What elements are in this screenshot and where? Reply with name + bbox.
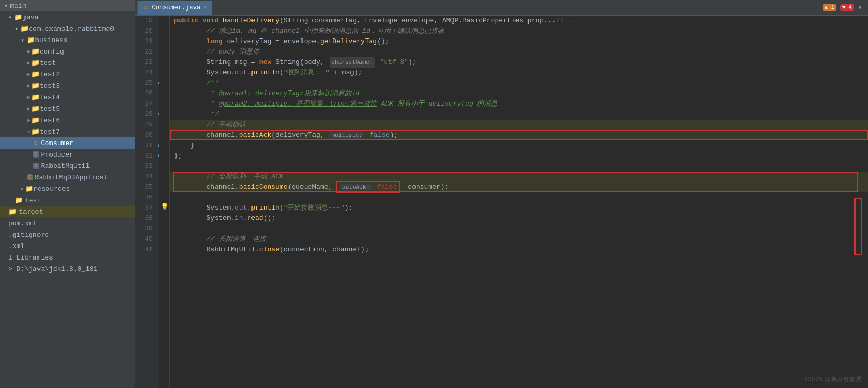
parameter-hint-autoack: autoAck: bbox=[340, 184, 372, 190]
chevron-right-icon: ▾ bbox=[8, 14, 12, 21]
sidebar-item-resources[interactable]: ▶ 📁 resources bbox=[0, 183, 135, 195]
sidebar-item-label: .xml bbox=[8, 242, 24, 250]
sidebar-item-libraries[interactable]: l Libraries bbox=[0, 252, 135, 263]
code-line-39 bbox=[170, 224, 868, 234]
sidebar-item-rabbitmq03app[interactable]: C RabbitMq03Applicat bbox=[0, 172, 135, 183]
sidebar-item-test-root[interactable]: 📁 test bbox=[0, 195, 135, 206]
gutter: 💡 bbox=[159, 16, 170, 388]
chevron-right-icon: ▾ bbox=[15, 25, 18, 33]
folder-icon: 📁 bbox=[31, 127, 40, 136]
sidebar-item-label: test4 bbox=[40, 94, 60, 101]
code-line-22: // body 消息体 bbox=[170, 47, 868, 57]
line-num-25: 25 bbox=[135, 78, 155, 88]
method-handleDelivery: handleDelivery bbox=[223, 16, 280, 26]
sidebar-item-test2[interactable]: ▶ 📁 test2 bbox=[0, 69, 135, 80]
line-num-39: 39 bbox=[135, 224, 155, 234]
line-num-33: 33 bbox=[135, 161, 155, 172]
code-area: 19 20 21 22 23 24 25 26 27 28 29 30 31 3… bbox=[135, 16, 868, 388]
chevron-right-icon: ▶ bbox=[27, 48, 30, 55]
sidebar-item-label: > D:\java\jdk1.8.0_181 bbox=[8, 265, 98, 273]
folder-icon: 📁 bbox=[31, 70, 40, 79]
chevron-right-icon: ▶ bbox=[27, 60, 30, 66]
line-num-34: 34 bbox=[135, 172, 155, 182]
sidebar-item-target[interactable]: 📁 target bbox=[0, 206, 135, 217]
code-line-26: * @param1: deliveryTag:用来标识消息的id bbox=[170, 88, 868, 99]
sidebar-item-test3[interactable]: ▶ 📁 test3 bbox=[0, 80, 135, 92]
code-line-21: long deliveryTag = envelope.getDeliveryT… bbox=[170, 36, 868, 47]
code-line-30: channel.basicAck(deliveryTag, multiple: … bbox=[170, 130, 868, 140]
sidebar-item-producer[interactable]: C Producer bbox=[0, 149, 135, 160]
line-num-37: 37 bbox=[135, 203, 155, 213]
sidebar-item-label: test5 bbox=[40, 105, 60, 113]
line-num-29: 29 bbox=[135, 120, 155, 130]
sidebar-item-label: business bbox=[35, 36, 67, 44]
folder-icon: 📁 bbox=[8, 208, 17, 216]
sidebar-item-test4[interactable]: ▶ 📁 test4 bbox=[0, 92, 135, 103]
line-num-30: 30 bbox=[135, 130, 155, 140]
sidebar-item-label: resources bbox=[33, 185, 70, 193]
sidebar-item-label: test bbox=[40, 59, 56, 67]
tab-consumer-java[interactable]: C Consumer.java × bbox=[137, 1, 212, 15]
sidebar-item-label: test6 bbox=[40, 117, 60, 124]
sidebar-item-business[interactable]: ▾ 📁 business bbox=[0, 34, 135, 46]
java-icon: C bbox=[33, 151, 39, 158]
sidebar-item-label: main bbox=[10, 2, 26, 10]
sidebar-item-consumer[interactable]: C Consumer bbox=[0, 137, 135, 149]
code-line-24: System.out.println("收到消息： " + msg); bbox=[170, 68, 868, 78]
sidebar-item-label: Producer bbox=[41, 151, 73, 159]
inner-box-autoack: autoAck: false bbox=[336, 181, 400, 193]
code-line-25: /** bbox=[170, 78, 868, 88]
error-badge: ▼ 4 bbox=[840, 4, 854, 11]
sidebar-item-test5[interactable]: ▶ 📁 test5 bbox=[0, 103, 135, 114]
bulb-icon[interactable]: 💡 bbox=[159, 203, 170, 211]
tab-java-icon: C bbox=[143, 5, 149, 11]
folder-icon: 📁 bbox=[31, 59, 40, 67]
chevron-right-icon: ▾ bbox=[4, 2, 8, 10]
code-line-20: // 消息id, mq 在 channel 中用来标识消息的 id，可用于确认消… bbox=[170, 26, 868, 36]
folder-icon: 📁 bbox=[25, 185, 33, 193]
highlight-region-34-35: // 监听队列 手动 ACK channel.basicConsume(queu… bbox=[170, 172, 868, 192]
sidebar-item-label: Consumer bbox=[41, 139, 73, 147]
keyword-public: public bbox=[174, 16, 198, 26]
chevron-right-icon: ▶ bbox=[27, 71, 30, 77]
chevron-right-icon: ▶ bbox=[27, 94, 30, 100]
sidebar-item-rabbitmqutil[interactable]: C RabbitMqUtil bbox=[0, 160, 135, 172]
sidebar-item-label: RabbitMqUtil bbox=[41, 162, 90, 170]
sidebar-item-label: pom.xml bbox=[8, 219, 37, 227]
sidebar-item-pom[interactable]: pom.xml bbox=[0, 217, 135, 229]
java-icon: C bbox=[27, 174, 33, 180]
sidebar-item-java[interactable]: ▾ 📁 java bbox=[0, 11, 135, 23]
code-line-37: System.out.println("开始接收消息~~~"); bbox=[170, 203, 868, 213]
tab-close-button[interactable]: × bbox=[204, 5, 207, 11]
sidebar-item-main[interactable]: ▾ main bbox=[0, 0, 135, 11]
code-line-31: } bbox=[170, 140, 868, 151]
line-num-41: 41 bbox=[135, 244, 155, 255]
line-num-27: 27 bbox=[135, 99, 155, 109]
collapse-icon[interactable]: ∧ bbox=[858, 4, 862, 11]
code-content[interactable]: public void handleDelivery(String consum… bbox=[170, 16, 868, 388]
sidebar-item-jdk[interactable]: > D:\java\jdk1.8.0_181 bbox=[0, 263, 135, 275]
line-num-19: 19 bbox=[135, 16, 155, 26]
sidebar-item-test[interactable]: ▶ 📁 test bbox=[0, 57, 135, 69]
line-num-35: 35 bbox=[135, 182, 155, 192]
sidebar-item-label: .gitignore bbox=[8, 231, 49, 239]
toolbar-icons: ▲ 1 ▼ 4 ∧ bbox=[823, 4, 866, 11]
line-num-21: 21 bbox=[135, 36, 155, 47]
sidebar-item-test6[interactable]: ▶ 📁 test6 bbox=[0, 114, 135, 126]
tabs-left: C Consumer.java × bbox=[137, 1, 212, 15]
line-num-36: 36 bbox=[135, 192, 155, 203]
line-num-31: 31 bbox=[135, 140, 155, 151]
sidebar-item-test7[interactable]: ▾ 📁 test7 bbox=[0, 126, 135, 137]
code-line-41: RabbitMqUtil.close(connection, channel); bbox=[170, 244, 868, 255]
sidebar-item-xml[interactable]: .xml bbox=[0, 240, 135, 252]
line-num-28: 28 bbox=[135, 109, 155, 120]
keyword-void: void bbox=[203, 16, 219, 26]
sidebar-item-com-example[interactable]: ▾ 📁 com.example.rabbitmq0 bbox=[0, 23, 135, 34]
sidebar-item-label: RabbitMq03Applicat bbox=[35, 174, 108, 182]
tab-bar: C Consumer.java × ▲ 1 ▼ 4 ∧ bbox=[135, 0, 868, 16]
code-line-34: // 监听队列 手动 ACK bbox=[170, 172, 868, 182]
sidebar-item-gitignore[interactable]: .gitignore bbox=[0, 229, 135, 240]
sidebar-item-config[interactable]: ▶ 📁 config bbox=[0, 46, 135, 57]
line-num-24: 24 bbox=[135, 68, 155, 78]
code-line-29: // 手动确认 bbox=[170, 120, 868, 130]
